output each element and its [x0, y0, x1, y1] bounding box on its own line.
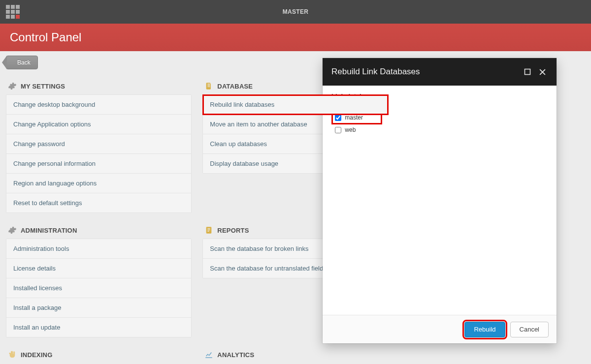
panel-item[interactable]: Change desktop background [6, 95, 191, 115]
panel-indexing: INDEXING [6, 346, 192, 363]
svg-rect-0 [525, 69, 530, 75]
panel-item[interactable]: Install a package [6, 298, 191, 318]
cancel-button[interactable]: Cancel [510, 322, 549, 337]
panel-header-administration: ADMINISTRATION [6, 222, 192, 239]
rebuild-button[interactable]: Rebuild [464, 322, 505, 337]
panel-item[interactable]: Region and language options [6, 174, 191, 193]
checkbox-web[interactable] [335, 127, 341, 133]
gear-icon [8, 82, 17, 91]
panel-title: REPORTS [217, 227, 249, 234]
checkbox-master[interactable] [335, 115, 341, 121]
dialog-titlebar: Rebuild Link Databases [323, 58, 557, 86]
panel-header-indexing: INDEXING [6, 346, 192, 363]
panel-item[interactable]: Installed licenses [6, 278, 191, 298]
dialog-title: Rebuild Link Databases [331, 67, 420, 77]
panel-title: DATABASE [217, 83, 253, 90]
panel-item[interactable]: Install an update [6, 318, 191, 337]
dialog-body: Link databases core master web [323, 86, 557, 315]
back-button[interactable]: Back [6, 56, 38, 69]
chart-icon [204, 350, 213, 359]
panel-item[interactable]: Change personal information [6, 154, 191, 174]
maximize-icon[interactable] [520, 64, 535, 79]
panel-item[interactable]: Administration tools [6, 239, 191, 259]
hand-icon [8, 350, 17, 359]
dialog-footer: Rebuild Cancel [323, 315, 557, 343]
panel-item[interactable]: Change password [6, 134, 191, 154]
page-header: Control Panel [0, 24, 591, 51]
report-icon [204, 226, 213, 235]
panel-item[interactable]: Reset to default settings [6, 193, 191, 212]
panel-administration: ADMINISTRATION Administration tools Lice… [6, 222, 192, 337]
panel-item[interactable]: Change Application options [6, 115, 191, 134]
checkbox-row-web[interactable]: web [331, 125, 548, 134]
back-button-label: Back [17, 59, 31, 66]
checkbox-label: web [345, 126, 356, 133]
panel-title: ANALYTICS [217, 351, 254, 359]
app-logo-icon[interactable] [6, 5, 20, 19]
panel-item[interactable]: License details [6, 259, 191, 278]
topbar: MASTER [0, 0, 591, 24]
database-icon [204, 82, 213, 91]
panel-header-analytics: ANALYTICS [202, 346, 388, 363]
panel-header-my-settings: MY SETTINGS [6, 78, 192, 94]
gear-icon [8, 226, 17, 235]
panel-title: ADMINISTRATION [21, 227, 77, 234]
checkbox-label: master [345, 114, 363, 121]
panel-title: MY SETTINGS [21, 83, 65, 90]
panel-analytics: ANALYTICS [202, 346, 388, 363]
context-label: MASTER [283, 8, 308, 15]
panel-my-settings: MY SETTINGS Change desktop background Ch… [6, 78, 192, 213]
panel-list-my-settings: Change desktop background Change Applica… [6, 94, 192, 213]
close-icon[interactable] [535, 64, 550, 79]
page-title: Control Panel [10, 30, 81, 44]
panel-item-rebuild-link-databases[interactable]: Rebuild link databases [203, 95, 388, 115]
panel-title: INDEXING [21, 351, 52, 359]
panel-list-administration: Administration tools License details Ins… [6, 239, 192, 337]
